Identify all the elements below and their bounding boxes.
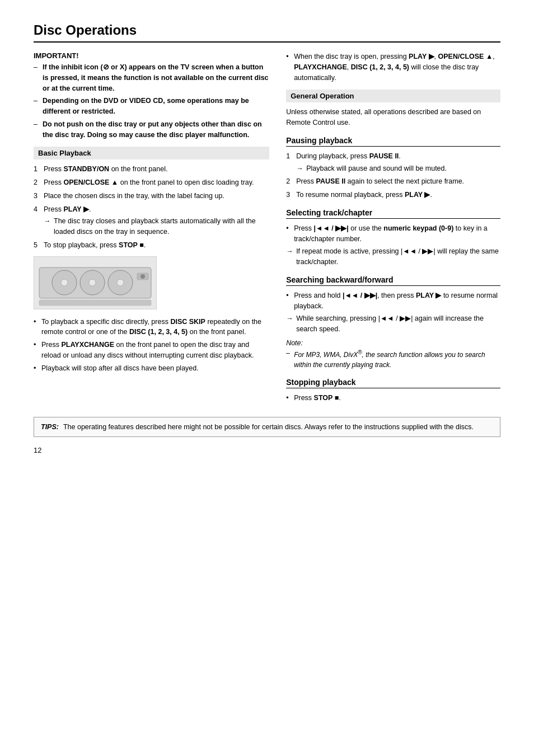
pausing-list: During playback, press PAUSE II. Playbac… — [286, 151, 500, 200]
step-4: Press PLAY ▶. The disc tray closes and p… — [34, 204, 269, 237]
selecting-item-1: Press |◄◄ / ▶▶| or use the numeric keypa… — [286, 223, 500, 245]
searching-arrow: While searching, pressing |◄◄ / ▶▶| agai… — [286, 313, 500, 335]
note-label: Note: — [286, 339, 500, 347]
page-title: Disc Operations — [34, 22, 500, 43]
selecting-arrow: If repeat mode is active, pressing |◄◄ /… — [286, 246, 500, 267]
open-tray-bullet: When the disc tray is open, pressing PLA… — [286, 51, 500, 83]
important-list: If the inhibit icon (⊘ or X) appears on … — [34, 62, 269, 140]
general-operation-section: General Operation — [286, 90, 500, 102]
disc-image — [34, 256, 157, 311]
basic-playback-section: Basic Playback — [34, 147, 269, 159]
step-1: Press STANDBY/ON on the front panel. — [34, 164, 269, 175]
selecting-list: Press |◄◄ / ▶▶| or use the numeric keypa… — [286, 223, 500, 245]
open-tray-item: When the disc tray is open, pressing PLA… — [286, 51, 500, 83]
stopping-heading: Stopping playback — [286, 378, 500, 388]
note-list: For MP3, WMA, DivX®, the search function… — [286, 348, 500, 370]
right-column: When the disc tray is open, pressing PLA… — [286, 51, 500, 406]
searching-item-1: Press and hold |◄◄ / ▶▶|, then press PLA… — [286, 290, 500, 312]
svg-point-7 — [117, 279, 124, 286]
step-2: Press OPEN/CLOSE ▲ on the front panel to… — [34, 177, 269, 188]
svg-rect-10 — [39, 300, 151, 306]
extra-bullet-3: Playback will stop after all discs have … — [34, 363, 269, 374]
extra-bullet-2: Press PLAYXCHANGE on the front panel to … — [34, 340, 269, 361]
svg-point-9 — [140, 274, 145, 279]
pause-step-2: Press PAUSE II again to select the next … — [286, 176, 500, 187]
left-column: IMPORTANT! If the inhibit icon (⊘ or X) … — [34, 51, 269, 406]
important-item-1: If the inhibit icon (⊘ or X) appears on … — [34, 62, 269, 93]
stopping-item-1: Press STOP ■. — [286, 393, 500, 403]
page-number: 12 — [34, 446, 500, 454]
svg-point-5 — [89, 279, 96, 286]
selecting-heading: Selecting track/chapter — [286, 208, 500, 219]
pause-step-3: To resume normal playback, press PLAY ▶. — [286, 190, 500, 200]
step-3: Place the chosen discs in the tray, with… — [34, 191, 269, 201]
note-item-1: For MP3, WMA, DivX®, the search function… — [286, 348, 500, 370]
svg-point-3 — [61, 279, 68, 286]
searching-heading: Searching backward/forward — [286, 275, 500, 286]
pausing-playback-heading: Pausing playback — [286, 136, 500, 147]
important-item-3: Do not push on the disc tray or put any … — [34, 119, 269, 140]
stopping-list: Press STOP ■. — [286, 393, 500, 403]
step-4-arrow: The disc tray closes and playback starts… — [44, 216, 269, 237]
step-5: To stop playback, press STOP ■. — [34, 240, 269, 251]
general-operation-text: Unless otherwise stated, all operations … — [286, 107, 500, 128]
tips-text: The operating features described here mi… — [63, 423, 474, 431]
pause-step-1-arrow: Playback will pause and sound will be mu… — [296, 163, 500, 174]
extra-bullet-1: To playback a specific disc directly, pr… — [34, 317, 269, 338]
searching-list: Press and hold |◄◄ / ▶▶|, then press PLA… — [286, 290, 500, 312]
important-item-2: Depending on the DVD or VIDEO CD, some o… — [34, 96, 269, 117]
extra-bullets: To playback a specific disc directly, pr… — [34, 317, 269, 374]
tips-label: TIPS: — [41, 423, 59, 431]
important-label: IMPORTANT! — [34, 51, 269, 60]
tips-box: TIPS:The operating features described he… — [34, 417, 500, 438]
basic-playback-list: Press STANDBY/ON on the front panel. Pre… — [34, 164, 269, 250]
pause-step-1: During playback, press PAUSE II. Playbac… — [286, 151, 500, 174]
